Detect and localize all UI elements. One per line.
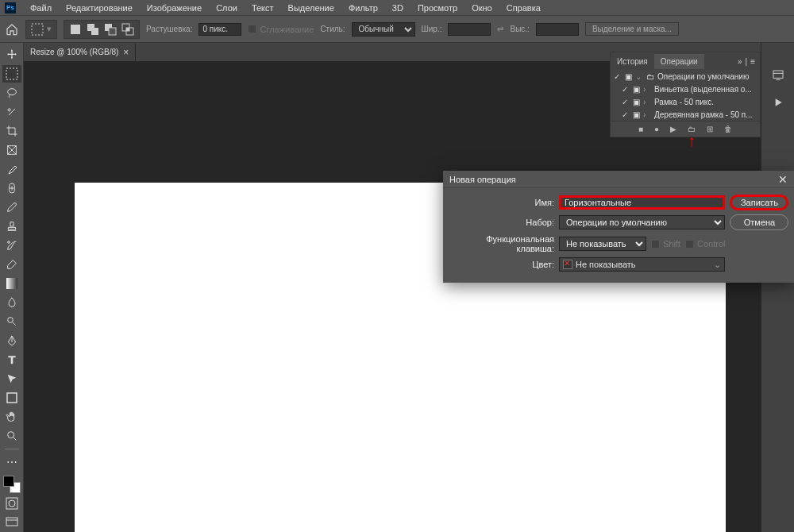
stop-icon[interactable]: ■: [638, 125, 643, 133]
menu-layers[interactable]: Слои: [210, 2, 244, 14]
pen-tool[interactable]: [2, 332, 21, 349]
history-brush-tool[interactable]: [2, 237, 21, 254]
shape-tool[interactable]: [2, 389, 21, 407]
dodge-tool[interactable]: [2, 313, 21, 330]
brush-tool[interactable]: [2, 199, 21, 216]
feather-input[interactable]: [198, 23, 241, 36]
set-select[interactable]: Операции по умолчанию: [559, 215, 725, 229]
svg-rect-8: [126, 28, 129, 31]
antialias-checkbox: Сглаживание: [248, 25, 314, 34]
eyedropper-tool[interactable]: [2, 160, 21, 178]
play-icon[interactable]: ▶: [670, 125, 676, 133]
expand-icon[interactable]: »: [738, 57, 742, 66]
style-label: Стиль:: [320, 25, 345, 33]
boolean-ops[interactable]: [64, 20, 140, 39]
panel-menu-icon[interactable]: ≡: [750, 57, 755, 66]
menu-edit[interactable]: Редактирование: [60, 2, 139, 14]
menu-filter[interactable]: Фильтр: [342, 2, 384, 14]
tab-history[interactable]: История: [611, 54, 654, 69]
move-tool[interactable]: [2, 46, 21, 64]
eraser-tool[interactable]: [2, 256, 21, 273]
svg-rect-9: [6, 68, 17, 79]
add-selection-icon[interactable]: [87, 23, 99, 36]
lasso-tool[interactable]: [2, 84, 21, 102]
marquee-tool[interactable]: [2, 65, 21, 83]
action-row[interactable]: ✓▣›Виньетка (выделенная о...: [611, 83, 760, 95]
svg-rect-21: [773, 71, 783, 78]
menu-text[interactable]: Текст: [245, 2, 280, 14]
home-icon[interactable]: [5, 22, 19, 37]
quickmask-tool[interactable]: [2, 495, 21, 512]
path-tool[interactable]: [2, 370, 21, 387]
function-key-select[interactable]: Не показывать: [559, 237, 646, 251]
properties-icon[interactable]: [769, 67, 787, 84]
record-icon[interactable]: ●: [654, 125, 659, 133]
tab-actions[interactable]: Операции: [654, 54, 704, 69]
options-bar: ▾ Растушевка: Сглаживание Стиль: Обычный…: [0, 16, 794, 43]
marquee-type[interactable]: ▾: [25, 20, 57, 39]
color-label: Цвет:: [451, 260, 554, 269]
menu-file[interactable]: Файл: [24, 2, 58, 14]
height-label: Выс.:: [510, 25, 529, 33]
tools-panel: ⋯: [0, 43, 24, 532]
width-label: Шир.:: [422, 25, 442, 33]
menu-view[interactable]: Просмотр: [411, 2, 464, 14]
menu-help[interactable]: Справка: [500, 2, 547, 14]
document-tab-label: Resize @ 100% (RGB/8): [30, 48, 118, 56]
new-selection-icon[interactable]: [69, 23, 82, 36]
frame-tool[interactable]: [2, 141, 21, 159]
action-list: ✓▣⌄🗀Операции по умолчанию ✓▣›Виньетка (в…: [611, 70, 760, 121]
menu-3d[interactable]: 3D: [386, 2, 410, 14]
style-select[interactable]: Обычный: [352, 22, 415, 37]
dialog-title: Новая операция: [449, 175, 778, 184]
intersect-selection-icon[interactable]: [121, 23, 134, 36]
new-action-icon[interactable]: ⊞: [707, 125, 713, 133]
healing-tool[interactable]: [2, 179, 21, 197]
zoom-tool[interactable]: [2, 427, 21, 445]
height-input: [536, 23, 579, 36]
document-tab[interactable]: Resize @ 100% (RGB/8) ×: [24, 44, 136, 61]
set-label: Набор:: [451, 218, 554, 227]
delete-icon[interactable]: 🗑: [724, 125, 732, 133]
name-label: Имя:: [451, 198, 554, 207]
crop-tool[interactable]: [2, 122, 21, 140]
hand-tool[interactable]: [2, 408, 21, 426]
stamp-tool[interactable]: [2, 218, 21, 235]
actions-panel: История Операции »|≡ ✓▣⌄🗀Операции по умо…: [610, 52, 761, 137]
width-input: [448, 23, 491, 36]
svg-point-17: [7, 432, 13, 438]
close-icon[interactable]: ✕: [778, 173, 788, 186]
color-swatches[interactable]: [3, 476, 21, 493]
svg-rect-3: [91, 28, 98, 35]
text-tool[interactable]: [2, 351, 21, 368]
new-action-dialog: Новая операция ✕ Имя: Записать Набор: Оп…: [443, 171, 794, 283]
action-set-row[interactable]: ✓▣⌄🗀Операции по умолчанию: [611, 70, 760, 83]
edit-toolbar[interactable]: ⋯: [2, 453, 21, 471]
close-icon[interactable]: ×: [123, 47, 129, 58]
menu-window[interactable]: Окно: [465, 2, 499, 14]
magic-wand-tool[interactable]: [2, 103, 21, 121]
blur-tool[interactable]: [2, 294, 21, 311]
svg-rect-0: [32, 24, 43, 35]
color-select[interactable]: Не показывать ⌄: [559, 257, 725, 272]
name-input[interactable]: [559, 195, 725, 210]
play-icon[interactable]: [769, 94, 787, 111]
function-key-label: Функциональная клавиша:: [451, 234, 554, 253]
svg-rect-1: [71, 25, 80, 34]
action-row[interactable]: ✓▣›Рамка - 50 пикс.: [611, 95, 760, 108]
collapsed-panels: [761, 43, 794, 532]
shift-checkbox: Shift: [651, 239, 680, 249]
actions-footer: ■ ● ▶ 🗀 ⊞ 🗑: [611, 121, 760, 137]
svg-point-13: [7, 241, 10, 244]
screenmode-tool[interactable]: [2, 514, 21, 531]
subtract-selection-icon[interactable]: [104, 23, 117, 36]
gradient-tool[interactable]: [2, 275, 21, 292]
menu-image[interactable]: Изображение: [141, 2, 208, 14]
select-mask-button[interactable]: Выделение и маска...: [585, 22, 679, 36]
record-button[interactable]: Записать: [730, 195, 788, 210]
action-row[interactable]: ✓▣›Деревянная рамка - 50 п...: [611, 108, 760, 121]
menubar: Ps Файл Редактирование Изображение Слои …: [0, 0, 794, 16]
menu-select[interactable]: Выделение: [282, 2, 341, 14]
app-icon: Ps: [5, 2, 16, 13]
cancel-button[interactable]: Отмена: [730, 214, 788, 230]
